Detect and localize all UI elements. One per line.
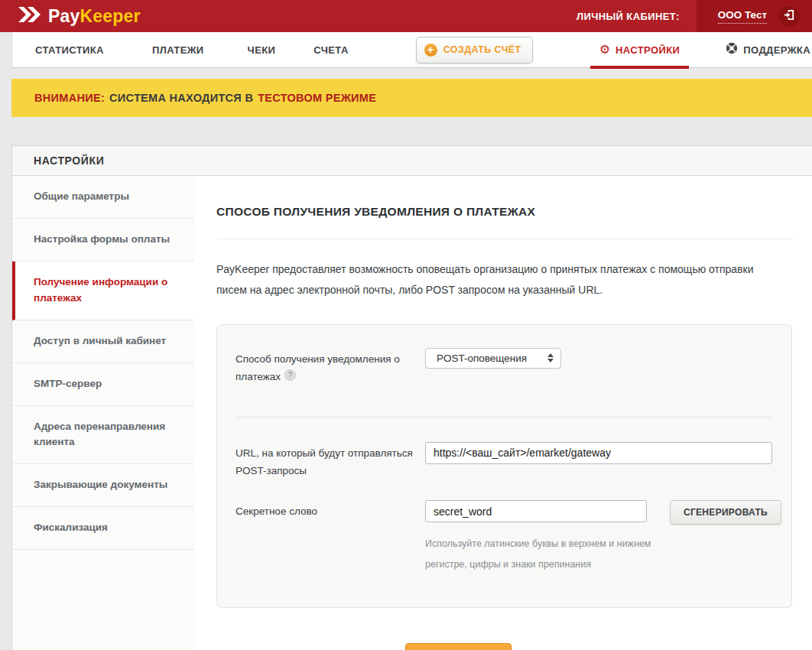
paykeeper-logo[interactable]: PayKeeper xyxy=(0,6,141,27)
method-label: Способ получения уведомления о платежах? xyxy=(235,348,425,386)
panel-title: НАСТРОЙКИ xyxy=(11,145,812,176)
nav-support[interactable]: ПОДДЕРЖКА xyxy=(726,42,810,57)
lifebuoy-icon xyxy=(726,42,738,57)
sidebar-item-redirect-urls[interactable]: Адреса перенаправления клиента xyxy=(12,406,195,465)
sidebar-item-fiscalization[interactable]: Фискализация xyxy=(12,507,195,550)
page-title: СПОСОБ ПОЛУЧЕНИЯ УВЕДОМЛЕНИЯ О ПЛАТЕЖАХ xyxy=(216,205,794,219)
gear-icon: ⚙ xyxy=(599,44,610,56)
account-label: ЛИЧНЫЙ КАБИНЕТ: xyxy=(577,11,680,22)
post-url-input[interactable] xyxy=(425,442,772,464)
main-nav: СТАТИСТИКА ПЛАТЕЖИ ЧЕКИ СЧЕТА + СОЗДАТЬ … xyxy=(11,32,812,68)
sidebar-item-payment-form[interactable]: Настройка формы оплаты xyxy=(12,219,195,262)
sidebar-item-general[interactable]: Общие параметры xyxy=(12,176,195,219)
top-bar: PayKeeper ЛИЧНЫЙ КАБИНЕТ: ООО Тест xyxy=(0,0,812,32)
brand-text: PayKeeper xyxy=(48,6,141,27)
form-actions: СОХРАНИТЬ или Отменить изменения xyxy=(216,643,794,650)
sidebar-filler xyxy=(12,550,195,650)
settings-sidebar: Общие параметры Настройка формы оплаты П… xyxy=(11,176,195,650)
logout-icon xyxy=(784,9,795,24)
notification-form: Способ получения уведомления о платежах?… xyxy=(216,324,792,608)
secret-field-group: СГЕНЕРИРОВАТЬ Используйте латинские букв… xyxy=(425,500,781,575)
nav-payments[interactable]: ПЛАТЕЖИ xyxy=(152,44,204,56)
create-invoice-button[interactable]: + СОЗДАТЬ СЧЁТ xyxy=(416,37,533,63)
settings-panel: НАСТРОЙКИ Общие параметры Настройка форм… xyxy=(11,145,812,650)
sidebar-item-payment-info[interactable]: Получение информации о платежах xyxy=(12,262,195,320)
nav-settings-active[interactable]: ⚙ НАСТРОЙКИ xyxy=(590,32,690,68)
brand-chevrons-icon xyxy=(17,6,43,26)
secret-word-input[interactable] xyxy=(425,500,647,522)
banner-prefix: ВНИМАНИЕ: xyxy=(34,92,105,104)
banner-highlight: ТЕСТОВОМ РЕЖИМЕ xyxy=(258,92,376,104)
select-arrows-icon xyxy=(547,353,554,362)
nav-support-label: ПОДДЕРЖКА xyxy=(743,44,810,56)
selected-option: POST-оповещения xyxy=(437,353,527,364)
account-name-link[interactable]: ООО Тест xyxy=(718,9,767,24)
url-label: URL, на который будут отправляться POST-… xyxy=(235,442,425,480)
create-invoice-label: СОЗДАТЬ СЧЁТ xyxy=(443,44,521,55)
plus-icon: + xyxy=(424,44,437,57)
form-divider xyxy=(237,417,771,418)
settings-content: СПОСОБ ПОЛУЧЕНИЯ УВЕДОМЛЕНИЯ О ПЛАТЕЖАХ … xyxy=(195,176,812,650)
generate-button[interactable]: СГЕНЕРИРОВАТЬ xyxy=(670,500,781,525)
logout-button[interactable] xyxy=(779,6,800,27)
secret-hint: Используйте латинские буквы в верхнем и … xyxy=(425,534,662,575)
nav-settings-label: НАСТРОЙКИ xyxy=(615,44,680,56)
nav-statistics[interactable]: СТАТИСТИКА xyxy=(35,44,104,56)
account-box: ООО Тест xyxy=(697,0,812,32)
help-icon[interactable]: ? xyxy=(284,369,296,381)
description-text: PayKeeper предоставляет возможность опов… xyxy=(216,259,782,301)
sidebar-item-closing-docs[interactable]: Закрывающие документы xyxy=(12,464,195,507)
save-button[interactable]: СОХРАНИТЬ xyxy=(405,643,512,650)
sidebar-item-smtp[interactable]: SMTP-сервер xyxy=(12,363,195,406)
account-area: ЛИЧНЫЙ КАБИНЕТ: ООО Тест xyxy=(577,0,812,32)
nav-receipts[interactable]: ЧЕКИ xyxy=(248,44,276,56)
banner-middle: СИСТЕМА НАХОДИТСЯ В xyxy=(109,92,253,104)
nav-invoices[interactable]: СЧЕТА xyxy=(313,44,348,56)
test-mode-banner: ВНИМАНИЕ: СИСТЕМА НАХОДИТСЯ В ТЕСТОВОМ Р… xyxy=(11,79,812,117)
notification-method-select[interactable]: POST-оповещения xyxy=(425,348,561,369)
heading-divider xyxy=(216,239,794,239)
secret-label: Секретное слово xyxy=(235,500,425,521)
sidebar-item-account-access[interactable]: Доступ в личный кабинет xyxy=(12,320,195,363)
